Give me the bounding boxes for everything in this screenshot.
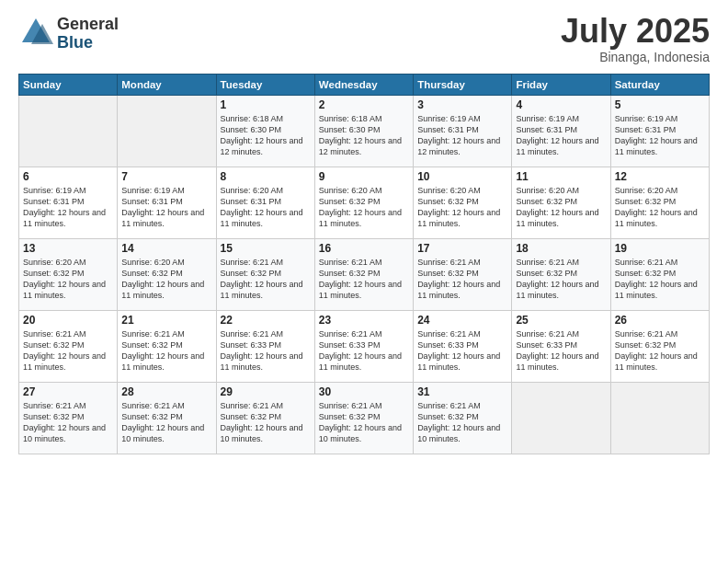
calendar-cell: 28Sunrise: 6:21 AM Sunset: 6:32 PM Dayli… (118, 383, 216, 454)
calendar-cell: 17Sunrise: 6:21 AM Sunset: 6:32 PM Dayli… (414, 239, 512, 311)
calendar-cell: 27Sunrise: 6:21 AM Sunset: 6:32 PM Dayli… (19, 383, 118, 454)
calendar-cell: 30Sunrise: 6:21 AM Sunset: 6:32 PM Dayli… (314, 383, 413, 454)
logo-icon (18, 15, 53, 50)
calendar-cell: 26Sunrise: 6:21 AM Sunset: 6:32 PM Dayli… (610, 311, 709, 383)
calendar-table: SundayMondayTuesdayWednesdayThursdayFrid… (18, 74, 710, 454)
day-detail: Sunrise: 6:21 AM Sunset: 6:33 PM Dayligh… (417, 328, 507, 373)
calendar-cell: 7Sunrise: 6:19 AM Sunset: 6:31 PM Daylig… (118, 167, 216, 239)
calendar-cell (118, 96, 216, 167)
weekday-header-wednesday: Wednesday (314, 75, 413, 96)
day-number: 30 (319, 385, 409, 398)
day-number: 5 (615, 98, 705, 111)
weekday-header-saturday: Saturday (610, 75, 709, 96)
calendar-cell: 3Sunrise: 6:19 AM Sunset: 6:31 PM Daylig… (414, 96, 512, 167)
weekday-header-thursday: Thursday (414, 75, 512, 96)
calendar-cell: 11Sunrise: 6:20 AM Sunset: 6:32 PM Dayli… (512, 167, 610, 239)
day-detail: Sunrise: 6:19 AM Sunset: 6:31 PM Dayligh… (516, 113, 606, 158)
day-detail: Sunrise: 6:21 AM Sunset: 6:32 PM Dayligh… (221, 257, 311, 302)
header: General Blue July 2025 Binanga, Indonesi… (18, 15, 710, 64)
weekday-header-tuesday: Tuesday (216, 75, 314, 96)
day-number: 13 (23, 242, 113, 255)
day-number: 27 (23, 385, 113, 398)
calendar-cell: 10Sunrise: 6:20 AM Sunset: 6:32 PM Dayli… (414, 167, 512, 239)
logo-blue-text: Blue (57, 34, 119, 52)
day-detail: Sunrise: 6:18 AM Sunset: 6:30 PM Dayligh… (221, 113, 311, 158)
weekday-header-sunday: Sunday (19, 75, 118, 96)
day-detail: Sunrise: 6:21 AM Sunset: 6:32 PM Dayligh… (221, 400, 311, 445)
day-number: 26 (615, 314, 705, 327)
calendar-cell: 25Sunrise: 6:21 AM Sunset: 6:33 PM Dayli… (512, 311, 610, 383)
calendar-week-row: 13Sunrise: 6:20 AM Sunset: 6:32 PM Dayli… (19, 239, 710, 311)
day-number: 16 (319, 242, 409, 255)
calendar-cell: 5Sunrise: 6:19 AM Sunset: 6:31 PM Daylig… (610, 96, 709, 167)
day-number: 21 (121, 314, 211, 327)
calendar-cell (512, 383, 610, 454)
calendar-cell: 12Sunrise: 6:20 AM Sunset: 6:32 PM Dayli… (610, 167, 709, 239)
day-number: 15 (221, 242, 311, 255)
day-number: 17 (417, 242, 507, 255)
calendar-week-row: 20Sunrise: 6:21 AM Sunset: 6:32 PM Dayli… (19, 311, 710, 383)
day-detail: Sunrise: 6:20 AM Sunset: 6:32 PM Dayligh… (516, 185, 606, 230)
calendar-cell: 22Sunrise: 6:21 AM Sunset: 6:33 PM Dayli… (216, 311, 314, 383)
weekday-header-monday: Monday (118, 75, 216, 96)
page: General Blue July 2025 Binanga, Indonesi… (0, 0, 728, 563)
day-detail: Sunrise: 6:20 AM Sunset: 6:32 PM Dayligh… (319, 185, 409, 230)
day-detail: Sunrise: 6:20 AM Sunset: 6:32 PM Dayligh… (23, 257, 113, 302)
day-number: 22 (221, 314, 311, 327)
calendar-cell: 13Sunrise: 6:20 AM Sunset: 6:32 PM Dayli… (19, 239, 118, 311)
day-number: 14 (121, 242, 211, 255)
day-detail: Sunrise: 6:19 AM Sunset: 6:31 PM Dayligh… (23, 185, 113, 230)
day-detail: Sunrise: 6:18 AM Sunset: 6:30 PM Dayligh… (319, 113, 409, 158)
day-number: 9 (319, 170, 409, 183)
day-number: 25 (516, 314, 606, 327)
day-number: 28 (121, 385, 211, 398)
day-number: 1 (221, 98, 311, 111)
day-detail: Sunrise: 6:21 AM Sunset: 6:32 PM Dayligh… (121, 400, 211, 445)
day-number: 8 (221, 170, 311, 183)
calendar-cell: 8Sunrise: 6:20 AM Sunset: 6:31 PM Daylig… (216, 167, 314, 239)
day-detail: Sunrise: 6:19 AM Sunset: 6:31 PM Dayligh… (417, 113, 507, 158)
day-number: 24 (417, 314, 507, 327)
calendar-cell: 16Sunrise: 6:21 AM Sunset: 6:32 PM Dayli… (314, 239, 413, 311)
day-detail: Sunrise: 6:21 AM Sunset: 6:33 PM Dayligh… (516, 328, 606, 373)
day-detail: Sunrise: 6:21 AM Sunset: 6:32 PM Dayligh… (615, 328, 705, 373)
weekday-header-row: SundayMondayTuesdayWednesdayThursdayFrid… (19, 75, 710, 96)
calendar-cell: 29Sunrise: 6:21 AM Sunset: 6:32 PM Dayli… (216, 383, 314, 454)
calendar-cell: 9Sunrise: 6:20 AM Sunset: 6:32 PM Daylig… (314, 167, 413, 239)
day-number: 29 (221, 385, 311, 398)
calendar-week-row: 6Sunrise: 6:19 AM Sunset: 6:31 PM Daylig… (19, 167, 710, 239)
day-detail: Sunrise: 6:21 AM Sunset: 6:33 PM Dayligh… (221, 328, 311, 373)
calendar-cell: 19Sunrise: 6:21 AM Sunset: 6:32 PM Dayli… (610, 239, 709, 311)
calendar-cell: 4Sunrise: 6:19 AM Sunset: 6:31 PM Daylig… (512, 96, 610, 167)
weekday-header-friday: Friday (512, 75, 610, 96)
calendar-cell: 21Sunrise: 6:21 AM Sunset: 6:32 PM Dayli… (118, 311, 216, 383)
day-detail: Sunrise: 6:21 AM Sunset: 6:32 PM Dayligh… (516, 257, 606, 302)
day-number: 20 (23, 314, 113, 327)
day-number: 31 (417, 385, 507, 398)
day-detail: Sunrise: 6:21 AM Sunset: 6:32 PM Dayligh… (319, 257, 409, 302)
calendar-week-row: 27Sunrise: 6:21 AM Sunset: 6:32 PM Dayli… (19, 383, 710, 454)
calendar-cell: 15Sunrise: 6:21 AM Sunset: 6:32 PM Dayli… (216, 239, 314, 311)
day-number: 18 (516, 242, 606, 255)
month-year-title: July 2025 (561, 15, 710, 48)
calendar-cell: 20Sunrise: 6:21 AM Sunset: 6:32 PM Dayli… (19, 311, 118, 383)
day-detail: Sunrise: 6:21 AM Sunset: 6:32 PM Dayligh… (23, 328, 113, 373)
calendar-cell: 6Sunrise: 6:19 AM Sunset: 6:31 PM Daylig… (19, 167, 118, 239)
day-number: 6 (23, 170, 113, 183)
day-number: 7 (121, 170, 211, 183)
calendar-cell: 1Sunrise: 6:18 AM Sunset: 6:30 PM Daylig… (216, 96, 314, 167)
calendar-cell: 31Sunrise: 6:21 AM Sunset: 6:32 PM Dayli… (414, 383, 512, 454)
calendar-week-row: 1Sunrise: 6:18 AM Sunset: 6:30 PM Daylig… (19, 96, 710, 167)
calendar-cell (19, 96, 118, 167)
logo: General Blue (18, 15, 119, 53)
day-detail: Sunrise: 6:20 AM Sunset: 6:32 PM Dayligh… (417, 185, 507, 230)
day-number: 19 (615, 242, 705, 255)
calendar-cell: 2Sunrise: 6:18 AM Sunset: 6:30 PM Daylig… (314, 96, 413, 167)
day-detail: Sunrise: 6:20 AM Sunset: 6:31 PM Dayligh… (221, 185, 311, 230)
day-detail: Sunrise: 6:20 AM Sunset: 6:32 PM Dayligh… (615, 185, 705, 230)
calendar-cell: 24Sunrise: 6:21 AM Sunset: 6:33 PM Dayli… (414, 311, 512, 383)
day-detail: Sunrise: 6:21 AM Sunset: 6:32 PM Dayligh… (319, 400, 409, 445)
day-number: 23 (319, 314, 409, 327)
day-number: 2 (319, 98, 409, 111)
day-detail: Sunrise: 6:19 AM Sunset: 6:31 PM Dayligh… (121, 185, 211, 230)
